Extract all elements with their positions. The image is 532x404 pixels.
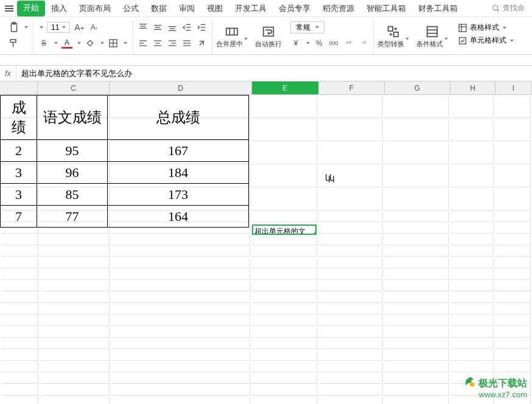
- cell[interactable]: [384, 397, 449, 404]
- table-header[interactable]: 语文成绩: [37, 96, 108, 140]
- cell[interactable]: [384, 119, 449, 141]
- dropdown-icon[interactable]: [77, 42, 81, 44]
- cell[interactable]: [384, 385, 449, 395]
- cell[interactable]: [40, 374, 110, 384]
- cell[interactable]: [251, 350, 317, 361]
- cell[interactable]: [111, 316, 250, 326]
- table-cell[interactable]: 164: [108, 206, 249, 228]
- cell[interactable]: [318, 246, 383, 257]
- cell[interactable]: [384, 327, 449, 338]
- dropdown-icon[interactable]: [40, 26, 43, 29]
- cell[interactable]: [251, 165, 317, 187]
- cell[interactable]: [384, 374, 449, 384]
- cell[interactable]: [40, 281, 110, 291]
- currency-icon[interactable]: ¥: [290, 38, 301, 49]
- cell[interactable]: [111, 374, 250, 384]
- cell[interactable]: [495, 339, 531, 349]
- cell[interactable]: [40, 385, 110, 395]
- font-color-icon[interactable]: A: [61, 38, 72, 49]
- cell[interactable]: [318, 374, 383, 384]
- app-menu-icon[interactable]: [2, 3, 16, 14]
- fill-color-icon[interactable]: [85, 38, 96, 49]
- cell[interactable]: [495, 304, 531, 315]
- cell[interactable]: [450, 189, 494, 211]
- thousands-icon[interactable]: 000: [328, 38, 339, 49]
- cell[interactable]: [384, 142, 449, 164]
- cell[interactable]: [495, 362, 531, 372]
- cell[interactable]: [40, 397, 110, 404]
- cell[interactable]: [450, 281, 494, 291]
- cell[interactable]: [384, 270, 449, 280]
- cell[interactable]: [495, 270, 531, 280]
- increase-decimal-icon[interactable]: ⁺⁰: [343, 38, 354, 49]
- cell[interactable]: [111, 235, 250, 245]
- cell[interactable]: [251, 374, 317, 384]
- cell[interactable]: [495, 316, 531, 326]
- cell[interactable]: [251, 397, 317, 404]
- cell[interactable]: [384, 362, 449, 372]
- cell[interactable]: [495, 258, 531, 268]
- cell[interactable]: [40, 339, 110, 349]
- cell[interactable]: [318, 293, 383, 303]
- menu-tab-0[interactable]: 开始: [17, 1, 45, 16]
- increase-indent-icon[interactable]: [196, 22, 207, 33]
- cell[interactable]: [450, 304, 494, 315]
- cell[interactable]: [384, 258, 449, 268]
- cell[interactable]: [251, 304, 317, 315]
- cell[interactable]: [384, 339, 449, 349]
- menu-tab-8[interactable]: 会员专享: [273, 1, 317, 16]
- table-cell[interactable]: 173: [108, 184, 249, 206]
- cell[interactable]: [495, 350, 531, 361]
- cell[interactable]: [40, 304, 110, 315]
- cell[interactable]: [1, 258, 38, 268]
- table-cell[interactable]: 96: [37, 162, 108, 184]
- table-cell[interactable]: 95: [37, 140, 108, 162]
- cell[interactable]: [111, 362, 250, 372]
- cell[interactable]: [40, 316, 110, 326]
- cell[interactable]: [40, 270, 110, 280]
- cell[interactable]: [40, 246, 110, 257]
- decrease-indent-icon[interactable]: [181, 22, 192, 33]
- cell[interactable]: [450, 258, 494, 268]
- cell[interactable]: [495, 293, 531, 303]
- merge-center-button[interactable]: 合并居中: [212, 19, 251, 54]
- cell[interactable]: [1, 327, 38, 338]
- cell[interactable]: [251, 281, 317, 291]
- orientation-icon[interactable]: [196, 38, 207, 49]
- cell[interactable]: [251, 96, 317, 118]
- table-header[interactable]: 成绩: [1, 96, 37, 140]
- cond-format-button[interactable]: 条件格式: [413, 19, 452, 54]
- dropdown-icon[interactable]: [54, 42, 58, 44]
- align-center-icon[interactable]: [152, 38, 163, 49]
- cell[interactable]: [318, 362, 383, 372]
- cell[interactable]: [251, 362, 317, 372]
- cell[interactable]: [318, 304, 383, 315]
- cell[interactable]: [40, 350, 110, 361]
- table-cell[interactable]: 184: [108, 162, 249, 184]
- increase-font-icon[interactable]: A+: [74, 22, 85, 33]
- cell[interactable]: [450, 270, 494, 280]
- cell[interactable]: [1, 316, 38, 326]
- cell[interactable]: [1, 246, 38, 257]
- decrease-decimal-icon[interactable]: ⁻⁰: [357, 38, 368, 49]
- dropdown-icon[interactable]: [24, 26, 28, 29]
- menu-tab-11[interactable]: 财务工具箱: [412, 1, 464, 16]
- cell[interactable]: [1, 293, 38, 303]
- cell[interactable]: [318, 212, 383, 222]
- cell[interactable]: [318, 235, 383, 245]
- cell[interactable]: [450, 350, 494, 361]
- cell[interactable]: [111, 258, 250, 268]
- cell[interactable]: [450, 165, 494, 187]
- wrap-text-button[interactable]: 自动换行: [251, 19, 285, 54]
- cell[interactable]: [318, 397, 383, 404]
- align-top-icon[interactable]: [138, 22, 149, 33]
- decrease-font-icon[interactable]: A-: [88, 22, 99, 33]
- menu-tab-9[interactable]: 稻壳资源: [317, 1, 360, 16]
- cell[interactable]: [495, 212, 531, 222]
- cell[interactable]: [495, 96, 531, 118]
- cell[interactable]: [251, 339, 317, 349]
- cell[interactable]: [251, 212, 317, 222]
- menu-tab-4[interactable]: 数据: [145, 1, 173, 16]
- cell[interactable]: [495, 223, 531, 234]
- menu-tab-5[interactable]: 审阅: [173, 1, 201, 16]
